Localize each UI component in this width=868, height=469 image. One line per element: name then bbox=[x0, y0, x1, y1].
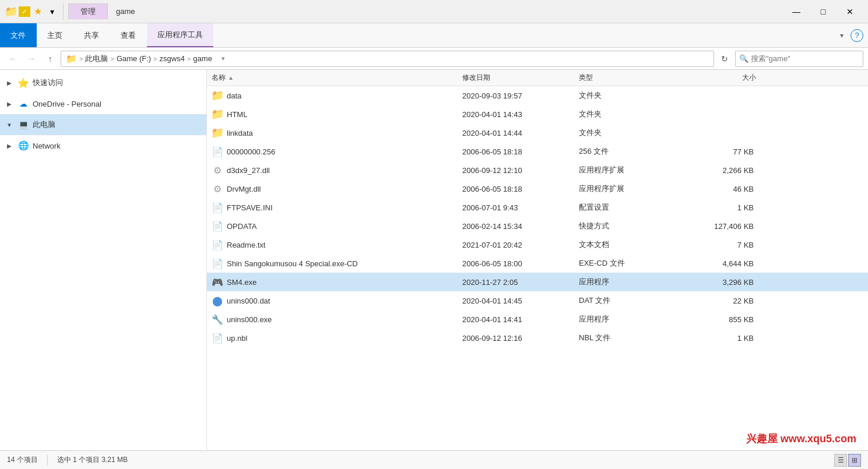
file-date-2: 2020-04-01 14:44 bbox=[458, 129, 574, 137]
main-layout: ▶ ⭐ 快速访问 ▶ ☁ OneDrive - Personal ▼ 💻 此电脑… bbox=[0, 70, 868, 450]
sidebar-item-quick-access[interactable]: ▶ ⭐ 快速访问 bbox=[0, 72, 206, 93]
tab-home[interactable]: 主页 bbox=[37, 23, 73, 47]
forward-button[interactable]: → bbox=[23, 51, 40, 67]
file-size-8: 7 KB bbox=[691, 241, 761, 249]
file-size-5: 46 KB bbox=[691, 185, 761, 193]
file-row[interactable]: ⚙ DrvMgt.dll 2006-06-05 18:18 应用程序扩展 46 … bbox=[207, 179, 868, 198]
file-row[interactable]: 📁 data 2020-09-03 19:57 文件夹 bbox=[207, 86, 868, 105]
path-this-pc[interactable]: 此电脑 bbox=[85, 54, 108, 64]
file-row[interactable]: 🎮 SM4.exe 2020-11-27 2:05 应用程序 3,296 KB bbox=[207, 273, 868, 291]
file-type-13: NBL 文件 bbox=[574, 333, 691, 343]
close-button[interactable]: ✕ bbox=[837, 0, 863, 23]
sidebar-item-onedrive[interactable]: ▶ ☁ OneDrive - Personal bbox=[0, 93, 206, 114]
file-name-2: linkdata bbox=[227, 129, 253, 137]
sidebar-item-this-pc[interactable]: ▼ 💻 此电脑 bbox=[0, 114, 206, 135]
file-row[interactable]: ⚙ d3dx9_27.dll 2006-09-12 12:10 应用程序扩展 2… bbox=[207, 161, 868, 179]
maximize-button[interactable]: □ bbox=[810, 0, 837, 23]
search-box[interactable]: 🔍 bbox=[735, 51, 863, 67]
file-row[interactable]: 📁 linkdata 2020-04-01 14:44 文件夹 bbox=[207, 124, 868, 142]
file-name-10: SM4.exe bbox=[227, 278, 256, 287]
file-size-7: 127,406 KB bbox=[691, 222, 761, 231]
sort-arrow: ▲ bbox=[228, 75, 234, 81]
file-name-13: up.nbl bbox=[227, 334, 247, 343]
file-row[interactable]: 📄 FTPSAVE.INI 2006-07-01 9:43 配置设置 1 KB bbox=[207, 198, 868, 217]
file-row[interactable]: 📄 up.nbl 2006-09-12 12:16 NBL 文件 1 KB bbox=[207, 329, 868, 347]
check-icon: ✓ bbox=[19, 6, 30, 17]
file-row[interactable]: 📄 Readme.txt 2021-07-01 20:42 文本文档 7 KB bbox=[207, 235, 868, 254]
window-title: game bbox=[116, 7, 135, 16]
tab-view[interactable]: 查看 bbox=[110, 23, 147, 47]
address-path[interactable]: 📁 > 此电脑 > Game (F:) > zsgws4 > game ▾ bbox=[61, 51, 714, 67]
path-zsgws4[interactable]: zsgws4 bbox=[160, 54, 185, 63]
up-button[interactable]: ↑ bbox=[42, 51, 58, 67]
header-name[interactable]: 名称 ▲ bbox=[207, 73, 458, 83]
file-icon-1: 📁 bbox=[212, 108, 223, 120]
file-icon-4: ⚙ bbox=[212, 164, 223, 176]
file-date-11: 2020-04-01 14:45 bbox=[458, 297, 574, 305]
file-type-2: 文件夹 bbox=[574, 128, 691, 138]
file-icon-13: 📄 bbox=[212, 332, 223, 344]
refresh-button[interactable]: ↻ bbox=[716, 51, 733, 67]
file-row[interactable]: 📁 HTML 2020-04-01 14:43 文件夹 bbox=[207, 105, 868, 124]
file-icon-6: 📄 bbox=[212, 202, 223, 213]
view-details-button[interactable]: ☰ bbox=[834, 454, 847, 467]
file-name-7: OPDATA bbox=[227, 222, 257, 231]
file-type-10: 应用程序 bbox=[574, 277, 691, 287]
file-icon-3: 📄 bbox=[212, 146, 223, 157]
file-rows-container: 📁 data 2020-09-03 19:57 文件夹 📁 HTML 2020-… bbox=[207, 86, 868, 347]
view-buttons: ☰ ⊞ bbox=[834, 454, 861, 467]
sidebar-label-onedrive: OneDrive - Personal bbox=[33, 100, 101, 108]
file-date-10: 2020-11-27 2:05 bbox=[458, 278, 574, 287]
file-icon-0: 📁 bbox=[212, 90, 223, 101]
title-bar: 📁 ✓ ★ ▾ 管理 game — □ ✕ bbox=[0, 0, 868, 23]
file-date-9: 2006-06-05 18:00 bbox=[458, 259, 574, 268]
file-date-3: 2006-06-05 18:18 bbox=[458, 147, 574, 156]
expander-this-pc[interactable]: ▼ bbox=[5, 120, 14, 129]
tab-file[interactable]: 文件 bbox=[0, 23, 37, 47]
path-game[interactable]: game bbox=[193, 54, 212, 63]
file-row[interactable]: 📄 OPDATA 2006-02-14 15:34 快捷方式 127,406 K… bbox=[207, 217, 868, 235]
file-date-12: 2020-04-01 14:41 bbox=[458, 315, 574, 324]
this-pc-icon: 💻 bbox=[17, 119, 29, 131]
help-button[interactable]: ? bbox=[851, 29, 863, 42]
ribbon-collapse-icon[interactable]: ▾ bbox=[835, 29, 848, 42]
sidebar-item-network[interactable]: ▶ 🌐 Network bbox=[0, 135, 206, 156]
file-date-6: 2006-07-01 9:43 bbox=[458, 203, 574, 212]
back-button[interactable]: ← bbox=[5, 51, 21, 67]
file-row[interactable]: 📄 00000000.256 2006-06-05 18:18 256 文件 7… bbox=[207, 142, 868, 161]
star-icon: ★ bbox=[31, 5, 44, 18]
tab-share[interactable]: 共享 bbox=[73, 23, 110, 47]
quick-access-icon: ⭐ bbox=[17, 77, 29, 89]
search-icon: 🔍 bbox=[739, 54, 748, 63]
file-icon-2: 📁 bbox=[212, 127, 223, 139]
view-tiles-button[interactable]: ⊞ bbox=[848, 454, 861, 467]
file-type-7: 快捷方式 bbox=[574, 221, 691, 231]
expander-onedrive[interactable]: ▶ bbox=[5, 99, 14, 108]
sidebar-label-this-pc: 此电脑 bbox=[33, 119, 55, 130]
header-date[interactable]: 修改日期 bbox=[458, 73, 574, 83]
tab-tools[interactable]: 应用程序工具 bbox=[147, 23, 213, 47]
file-icon-7: 📄 bbox=[212, 220, 223, 232]
file-row[interactable]: 📄 Shin Sangokumusou 4 Special.exe-CD 200… bbox=[207, 254, 868, 273]
header-size[interactable]: 大小 bbox=[691, 73, 761, 83]
path-game-drive[interactable]: Game (F:) bbox=[117, 54, 151, 63]
search-input[interactable] bbox=[751, 54, 859, 63]
file-date-0: 2020-09-03 19:57 bbox=[458, 91, 574, 100]
file-icon-12: 🔧 bbox=[212, 313, 223, 325]
path-chevron[interactable]: ▾ bbox=[217, 52, 230, 65]
address-bar: ← → ↑ 📁 > 此电脑 > Game (F:) > zsgws4 > gam… bbox=[0, 48, 868, 70]
expander-quick-access[interactable]: ▶ bbox=[5, 78, 14, 87]
expander-network[interactable]: ▶ bbox=[5, 141, 14, 150]
file-size-12: 855 KB bbox=[691, 315, 761, 324]
file-size-13: 1 KB bbox=[691, 334, 761, 343]
file-size-11: 22 KB bbox=[691, 297, 761, 305]
file-row[interactable]: 🔧 unins000.exe 2020-04-01 14:41 应用程序 855… bbox=[207, 310, 868, 329]
header-type[interactable]: 类型 bbox=[574, 73, 691, 83]
file-type-6: 配置设置 bbox=[574, 202, 691, 213]
manage-tab[interactable]: 管理 bbox=[68, 3, 108, 19]
dropdown-icon[interactable]: ▾ bbox=[45, 5, 58, 18]
minimize-button[interactable]: — bbox=[783, 0, 810, 23]
file-row[interactable]: ⬤ unins000.dat 2020-04-01 14:45 DAT 文件 2… bbox=[207, 291, 868, 310]
file-type-12: 应用程序 bbox=[574, 314, 691, 325]
file-date-7: 2006-02-14 15:34 bbox=[458, 222, 574, 231]
